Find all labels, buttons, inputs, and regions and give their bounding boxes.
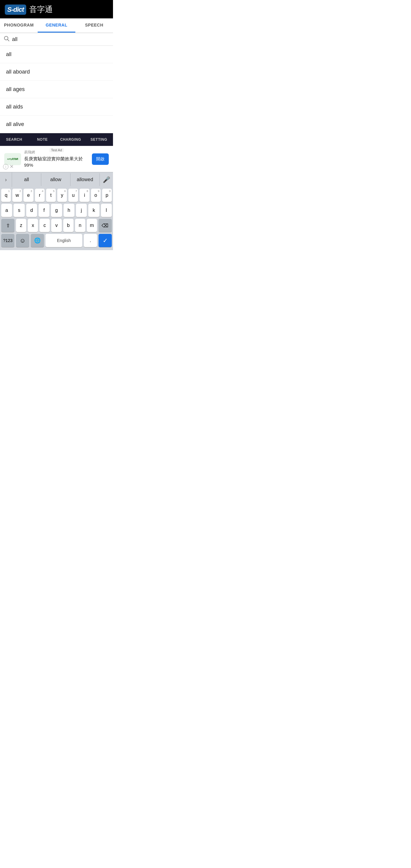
search-input[interactable]: [12, 36, 109, 42]
key-s[interactable]: s: [13, 204, 24, 217]
key-u[interactable]: 7u: [68, 189, 78, 202]
bottom-nav-search[interactable]: SEARCH: [0, 133, 28, 146]
ad-close-icons: i ✕: [3, 164, 13, 169]
autocomplete-item-1[interactable]: all aboard: [0, 63, 113, 81]
key-i[interactable]: 8i: [80, 189, 89, 202]
key-num-switch[interactable]: ?123: [1, 234, 14, 247]
key-m[interactable]: m: [87, 219, 97, 232]
bottom-nav-note[interactable]: NOTE: [28, 133, 57, 146]
kb-suggest-all[interactable]: all: [12, 173, 41, 186]
autocomplete-item-2[interactable]: all ages: [0, 81, 113, 98]
tab-speech[interactable]: SPEECH: [75, 19, 113, 33]
logo-container: S-dict 音字通: [5, 4, 53, 15]
svg-line-1: [8, 40, 9, 41]
key-k[interactable]: k: [88, 204, 99, 217]
key-f[interactable]: f: [38, 204, 50, 217]
key-w[interactable]: 2w: [12, 189, 22, 202]
key-b[interactable]: b: [63, 219, 73, 232]
autocomplete-item-4[interactable]: all alive: [0, 116, 113, 133]
ad-test-label: Test Ad: [49, 148, 64, 152]
autocomplete-item-3[interactable]: all aids: [0, 98, 113, 116]
ad-logo: ezfly易飛網: [4, 153, 21, 165]
kb-expand-button[interactable]: ›: [0, 173, 12, 187]
app-name: 音字通: [29, 4, 53, 15]
key-z[interactable]: z: [16, 219, 26, 232]
key-g[interactable]: g: [51, 204, 62, 217]
autocomplete-item-0[interactable]: all: [0, 46, 113, 63]
ad-logo-text: ezfly易飛網: [7, 158, 19, 160]
key-y[interactable]: 6y: [57, 189, 67, 202]
search-bar: [0, 33, 113, 46]
keyboard-row-2: a s d f g h j k l: [1, 204, 112, 217]
keyboard: 1q 2w 3e 4r 5t 6y 7u 8i 9o 0p a s d f g …: [0, 187, 113, 250]
key-l[interactable]: l: [101, 204, 112, 217]
kb-suggest-allow[interactable]: allow: [41, 173, 70, 186]
bottom-nav: SEARCH NOTE CHARGING SETTING: [0, 133, 113, 146]
bottom-nav-charging[interactable]: CHARGING: [57, 133, 85, 146]
tab-bar: PHONOGRAM GENERAL SPEECH: [0, 19, 113, 33]
keyboard-suggestions: › all allow allowed 🎤: [0, 172, 113, 187]
keyboard-row-1: 1q 2w 3e 4r 5t 6y 7u 8i 9o 0p: [1, 189, 112, 202]
svg-point-0: [4, 36, 8, 40]
key-backspace[interactable]: ⌫: [98, 219, 112, 232]
ad-open-button[interactable]: 開啟: [92, 153, 109, 165]
ad-banner: Test Ad ezfly易飛網 易飛網 長庚實驗室證實抑菌效果大於99% 開啟…: [0, 146, 113, 172]
key-shift[interactable]: ⇧: [1, 219, 14, 232]
autocomplete-dropdown: all all aboard all ages all aids all ali…: [0, 46, 113, 133]
key-enter[interactable]: ✓: [98, 234, 112, 247]
key-period[interactable]: .: [84, 234, 97, 247]
kb-mic-button[interactable]: 🎤: [100, 173, 113, 187]
key-e[interactable]: 3e: [24, 189, 33, 202]
key-p[interactable]: 0p: [102, 189, 112, 202]
key-language[interactable]: 🌐: [31, 234, 44, 247]
bottom-nav-setting[interactable]: SETTING: [85, 133, 113, 146]
key-a[interactable]: a: [1, 204, 12, 217]
key-space[interactable]: English: [45, 234, 82, 247]
kb-suggest-allowed[interactable]: allowed: [70, 173, 100, 186]
tab-phonogram[interactable]: PHONOGRAM: [0, 19, 38, 33]
ad-close-icon[interactable]: ✕: [10, 164, 13, 169]
key-j[interactable]: j: [76, 204, 87, 217]
ad-info-icon[interactable]: i: [3, 164, 8, 169]
app-header: S-dict 音字通: [0, 0, 113, 19]
key-h[interactable]: h: [64, 204, 74, 217]
tab-general[interactable]: GENERAL: [38, 19, 75, 33]
key-q[interactable]: 1q: [1, 189, 11, 202]
key-x[interactable]: x: [28, 219, 38, 232]
key-n[interactable]: n: [75, 219, 85, 232]
key-c[interactable]: c: [39, 219, 50, 232]
key-d[interactable]: d: [26, 204, 37, 217]
app-logo: S-dict: [5, 4, 26, 15]
keyboard-row-3: ⇧ z x c v b n m ⌫: [1, 219, 112, 232]
key-r[interactable]: 4r: [35, 189, 44, 202]
ad-text-block: 易飛網 長庚實驗室證實抑菌效果大於99%: [24, 150, 89, 168]
key-v[interactable]: v: [51, 219, 61, 232]
ad-description: 長庚實驗室證實抑菌效果大於99%: [24, 156, 89, 168]
key-emoji[interactable]: ☺: [16, 234, 29, 247]
search-icon: [4, 36, 10, 43]
key-o[interactable]: 9o: [91, 189, 101, 202]
keyboard-bottom-row: ?123 ☺ 🌐 English . ✓: [1, 234, 112, 247]
logo-text: S-dict: [7, 6, 24, 13]
key-t[interactable]: 5t: [46, 189, 56, 202]
